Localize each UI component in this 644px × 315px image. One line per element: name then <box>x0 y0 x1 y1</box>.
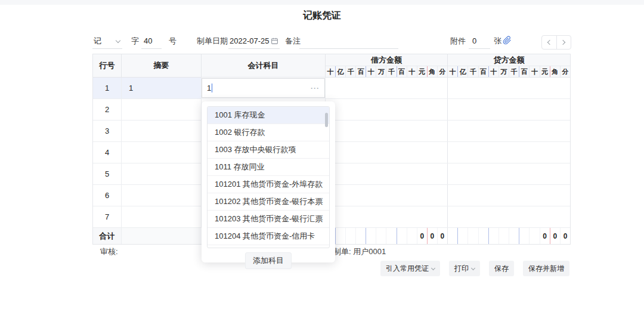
dropdown-item[interactable]: 101203 其他货币资金-银行汇票 <box>208 211 329 228</box>
summary-cell[interactable] <box>122 142 202 163</box>
col-header-row-no: 行号 <box>93 54 122 77</box>
save-button[interactable]: 保存 <box>489 261 514 276</box>
dropdown-item[interactable]: 101202 其他货币资金-银行本票 <box>208 193 329 211</box>
note-input[interactable] <box>299 33 398 49</box>
save-and-new-button[interactable]: 保存并新增 <box>523 261 569 276</box>
total-digit-cell: 0 <box>550 228 561 244</box>
digit-label: 角 <box>550 66 561 77</box>
print-button[interactable]: 打印 <box>449 261 480 276</box>
total-digit-cell <box>407 228 417 244</box>
debit-amount-cells[interactable] <box>326 121 448 141</box>
button-label: 保存 <box>494 264 509 274</box>
debit-amount-cells[interactable] <box>326 99 448 120</box>
voucher-table-header: 行号 摘要 会计科目 借方金额 十亿千百十万千百十元角分 贷方金额 十亿千百十万… <box>93 54 570 78</box>
summary-cell[interactable] <box>122 185 202 206</box>
dropdown-item[interactable]: 101204 其他货币资金-信用卡 <box>208 228 329 245</box>
credit-amount-cells[interactable] <box>448 206 570 227</box>
top-strip <box>0 0 644 5</box>
dropdown-item[interactable]: 1003 存放中央银行款项 <box>208 141 329 159</box>
dropdown-item[interactable]: 1001 库存现金 <box>208 107 329 124</box>
more-icon[interactable]: ··· <box>311 85 320 92</box>
dropdown-item[interactable]: 1011 存放同业 <box>208 159 329 176</box>
attachment-label: 附件 <box>450 33 466 49</box>
row-number-cell: 3 <box>93 121 122 141</box>
row-number-cell: 5 <box>93 163 122 184</box>
row-number-cell: 4 <box>93 142 122 163</box>
summary-cell[interactable] <box>122 99 202 120</box>
summary-cell[interactable] <box>122 163 202 184</box>
total-digit-cell <box>509 228 519 244</box>
total-digit-cell: 0 <box>438 228 447 244</box>
debit-amount-cells[interactable] <box>326 206 448 227</box>
date-input[interactable]: 2022-07-25 <box>228 33 280 49</box>
attachment-unit-label: 张 <box>494 33 501 49</box>
table-row: 111··· <box>93 78 570 99</box>
voucher-number-value: 40 <box>144 36 152 45</box>
digit-label: 千 <box>346 66 356 77</box>
digit-label: 分 <box>561 66 570 77</box>
digit-label: 百 <box>397 66 407 77</box>
digit-label: 百 <box>519 66 530 77</box>
total-digit-cell: 0 <box>428 228 438 244</box>
summary-cell[interactable] <box>122 206 202 227</box>
total-digit-cell <box>346 228 356 244</box>
debit-amount-cells[interactable] <box>326 142 448 163</box>
row-number-cell: 1 <box>93 78 122 98</box>
row-number-cell: 7 <box>93 206 122 227</box>
credit-amount-cells[interactable] <box>448 163 570 184</box>
dropdown-item[interactable]: 101201 其他货币资金-外埠存款 <box>208 176 329 193</box>
total-credit-cells: 000 <box>448 228 570 244</box>
dropdown-item[interactable]: 1002 银行存款 <box>208 124 329 141</box>
digit-label: 十 <box>366 66 376 77</box>
account-cell[interactable]: 1··· <box>202 78 326 98</box>
scrollbar-thumb[interactable] <box>325 113 328 127</box>
chevron-down-icon <box>431 265 435 270</box>
credit-amount-label: 贷方金额 <box>448 54 570 66</box>
total-digit-cell <box>519 228 530 244</box>
next-voucher-button[interactable] <box>557 36 571 49</box>
credit-amount-cells[interactable] <box>448 99 570 120</box>
digit-label: 十 <box>530 66 540 77</box>
total-digit-cell <box>386 228 397 244</box>
page-title: 记账凭证 <box>0 10 644 22</box>
button-label: 保存并新增 <box>528 264 564 274</box>
debit-digit-labels: 十亿千百十万千百十元角分 <box>326 66 447 77</box>
total-digit-cell <box>530 228 540 244</box>
add-account-button[interactable]: 添加科目 <box>245 252 292 269</box>
digit-label: 千 <box>468 66 478 77</box>
calendar-icon <box>271 37 278 45</box>
creator-label: 制单: 用户0001 <box>333 246 386 257</box>
voucher-word-value: 记 <box>94 36 101 47</box>
digit-label: 角 <box>428 66 438 77</box>
digit-label: 百 <box>479 66 489 77</box>
digit-label: 千 <box>386 66 397 77</box>
digit-label: 分 <box>438 66 447 77</box>
credit-amount-cells[interactable] <box>448 121 570 141</box>
debit-amount-cells[interactable] <box>326 78 448 98</box>
import-template-button[interactable]: 引入常用凭证 <box>380 261 440 276</box>
summary-cell[interactable]: 1 <box>122 78 202 98</box>
button-label: 引入常用凭证 <box>386 264 429 274</box>
digit-label: 万 <box>499 66 509 77</box>
credit-amount-cells[interactable] <box>448 78 570 98</box>
paperclip-icon[interactable] <box>503 36 512 45</box>
hao-label: 号 <box>169 33 177 49</box>
credit-amount-cells[interactable] <box>448 185 570 206</box>
debit-amount-label: 借方金额 <box>326 54 447 66</box>
digit-label: 万 <box>376 66 386 77</box>
row-number-cell: 2 <box>93 99 122 120</box>
debit-amount-cells[interactable] <box>326 163 448 184</box>
summary-cell[interactable] <box>122 121 202 141</box>
debit-amount-cells[interactable] <box>326 185 448 206</box>
prev-voucher-button[interactable] <box>542 36 557 49</box>
voucher-word-select[interactable]: 记 <box>92 33 122 49</box>
voucher-number-input[interactable]: 40 <box>141 33 162 49</box>
total-digit-cell <box>356 228 366 244</box>
attachment-count-input[interactable]: 0 <box>469 33 490 49</box>
note-label: 备注 <box>285 33 301 49</box>
digit-label: 十 <box>326 66 336 77</box>
account-input[interactable]: 1··· <box>202 78 325 98</box>
total-digit-cell <box>397 228 407 244</box>
voucher-pager <box>541 35 571 50</box>
credit-amount-cells[interactable] <box>448 142 570 163</box>
